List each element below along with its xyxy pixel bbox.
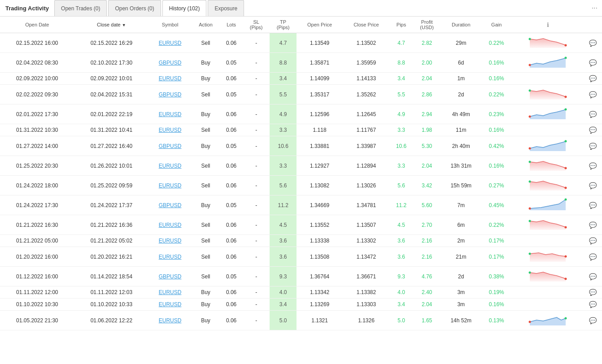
comment-icon[interactable]: 💬 <box>589 182 597 189</box>
comment-icon[interactable]: 💬 <box>589 289 597 296</box>
tp-pips: 5.0 <box>270 311 297 330</box>
symbol[interactable]: EURUSD <box>148 235 192 247</box>
comment-cell[interactable]: 💬 <box>584 247 602 267</box>
symbol[interactable]: EURUSD <box>148 176 192 195</box>
comment-cell[interactable]: 💬 <box>584 85 602 104</box>
comment-icon[interactable]: 💬 <box>589 202 597 209</box>
col-sl[interactable]: SL(Pips) <box>243 17 270 33</box>
profit: 2.94 <box>413 104 441 124</box>
comment-cell[interactable]: 💬 <box>584 215 602 235</box>
sparkline-cell <box>512 53 584 73</box>
trading-table-container: Open Date Close date ▼ Symbol Action Lot… <box>0 17 602 330</box>
col-pips[interactable]: Pips <box>390 17 413 33</box>
tab-history[interactable]: History (102) <box>162 0 207 16</box>
symbol[interactable]: EURUSD <box>148 311 192 330</box>
gain: 0.27% <box>481 176 512 195</box>
gain: 0.38% <box>481 267 512 286</box>
comment-icon[interactable]: 💬 <box>589 162 597 169</box>
symbol[interactable]: GBPUSD <box>148 85 192 104</box>
comment-cell[interactable]: 💬 <box>584 73 602 85</box>
open-price: 1.13342 <box>297 286 343 299</box>
open-price: 1.13082 <box>297 176 343 195</box>
duration: 3m <box>441 286 481 299</box>
col-symbol[interactable]: Symbol <box>148 17 192 33</box>
comment-cell[interactable]: 💬 <box>584 156 602 176</box>
col-lots[interactable]: Lots <box>220 17 243 33</box>
comment-cell[interactable]: 💬 <box>584 33 602 53</box>
symbol[interactable]: EURUSD <box>148 215 192 235</box>
comment-icon[interactable]: 💬 <box>589 39 597 47</box>
close-date: 02.01.2022 22:19 <box>74 104 149 124</box>
col-action[interactable]: Action <box>192 17 220 33</box>
comment-cell[interactable]: 💬 <box>584 267 602 286</box>
pips: 9.3 <box>390 267 413 286</box>
col-close-date[interactable]: Close date ▼ <box>74 17 149 33</box>
col-open-price[interactable]: Open Price <box>297 17 343 33</box>
symbol[interactable]: EURUSD <box>148 286 192 299</box>
comment-cell[interactable]: 💬 <box>584 195 602 215</box>
comment-cell[interactable]: 💬 <box>584 104 602 124</box>
comment-cell[interactable]: 💬 <box>584 235 602 247</box>
comment-cell[interactable]: 💬 <box>584 176 602 195</box>
pips: 3.6 <box>390 235 413 247</box>
svg-point-14 <box>565 140 567 143</box>
profit: 2.40 <box>413 286 441 299</box>
symbol[interactable]: EURUSD <box>148 299 192 311</box>
comment-icon[interactable]: 💬 <box>589 237 597 244</box>
tab-open-trades[interactable]: Open Trades (0) <box>54 0 107 16</box>
gain: 0.42% <box>481 136 512 156</box>
symbol[interactable]: GBPUSD <box>148 195 192 215</box>
col-tp[interactable]: TP(Pips) <box>270 17 297 33</box>
table-row: 02.09.2022 10:00 02.09.2022 10:01 EURUSD… <box>0 73 602 85</box>
sparkline-cell <box>512 85 584 104</box>
symbol[interactable]: EURUSD <box>148 124 192 136</box>
col-close-price[interactable]: Close Price <box>343 17 390 33</box>
comment-cell[interactable]: 💬 <box>584 286 602 299</box>
comment-icon[interactable]: 💬 <box>589 111 597 118</box>
comment-icon[interactable]: 💬 <box>589 75 597 82</box>
comment-cell[interactable]: 💬 <box>584 136 602 156</box>
open-date: 02.15.2022 16:00 <box>0 33 74 53</box>
profit: 2.00 <box>413 53 441 73</box>
symbol[interactable]: EURUSD <box>148 73 192 85</box>
comment-cell[interactable]: 💬 <box>584 311 602 330</box>
symbol[interactable]: EURUSD <box>148 156 192 176</box>
close-price: 1.13303 <box>343 299 390 311</box>
tp-pips: 4.7 <box>270 33 297 53</box>
col-open-date[interactable]: Open Date <box>0 17 74 33</box>
comment-cell[interactable]: 💬 <box>584 299 602 311</box>
comment-icon[interactable]: 💬 <box>589 221 597 229</box>
col-gain[interactable]: Gain <box>481 17 512 33</box>
symbol[interactable]: EURUSD <box>148 33 192 53</box>
action: Sell <box>192 247 220 267</box>
symbol[interactable]: GBPUSD <box>148 136 192 156</box>
close-date: 01.20.2022 16:21 <box>74 247 149 267</box>
comment-cell[interactable]: 💬 <box>584 124 602 136</box>
comment-icon[interactable]: 💬 <box>589 59 597 66</box>
svg-point-29 <box>565 256 567 258</box>
col-profit[interactable]: Profit(USD) <box>413 17 441 33</box>
comment-icon[interactable]: 💬 <box>589 317 597 324</box>
symbol[interactable]: EURUSD <box>148 247 192 267</box>
close-price: 1.35959 <box>343 53 390 73</box>
tab-open-orders[interactable]: Open Orders (0) <box>108 0 161 16</box>
pips: 3.4 <box>390 73 413 85</box>
comment-icon[interactable]: 💬 <box>589 301 597 308</box>
symbol[interactable]: EURUSD <box>148 104 192 124</box>
svg-point-17 <box>565 167 567 169</box>
open-price: 1.13508 <box>297 247 343 267</box>
comment-cell[interactable]: 💬 <box>584 53 602 73</box>
comment-icon[interactable]: 💬 <box>589 253 597 260</box>
open-price: 1.36764 <box>297 267 343 286</box>
comment-icon[interactable]: 💬 <box>589 91 597 98</box>
tab-exposure[interactable]: Exposure <box>208 0 244 16</box>
more-button[interactable]: ··· <box>587 4 602 12</box>
svg-marker-33 <box>530 317 566 325</box>
comment-icon[interactable]: 💬 <box>589 273 597 280</box>
comment-icon[interactable]: 💬 <box>589 126 597 134</box>
open-date: 01.31.2022 10:30 <box>0 124 74 136</box>
symbol[interactable]: GBPUSD <box>148 53 192 73</box>
comment-icon[interactable]: 💬 <box>589 143 597 150</box>
col-duration[interactable]: Duration <box>441 17 481 33</box>
symbol[interactable]: GBPUSD <box>148 267 192 286</box>
